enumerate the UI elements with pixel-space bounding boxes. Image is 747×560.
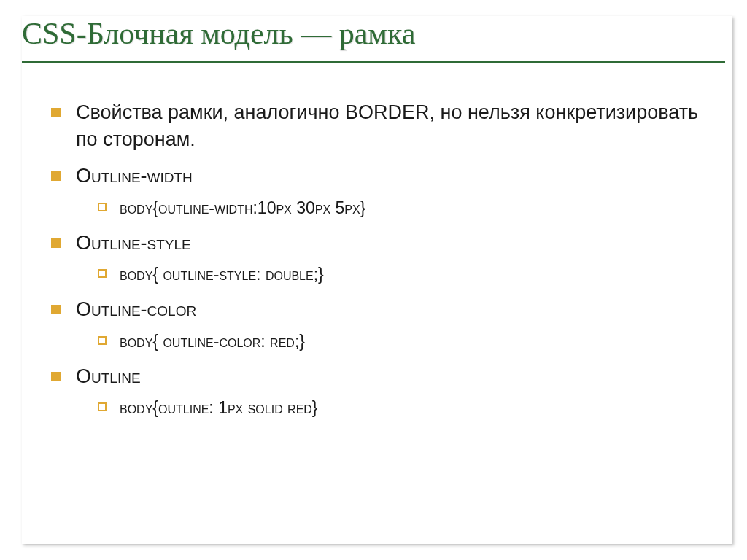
list-item: Outline body{outline: 1px solid red} — [51, 363, 711, 419]
list-item: Outline-width body{outline-width:10px 30… — [51, 163, 711, 219]
list-item-text: Свойства рамки, аналогично BORDER, но не… — [76, 101, 698, 149]
list-item-text: Outline — [76, 365, 141, 387]
sub-list: body{outline-width:10px 30px 5px} — [76, 197, 711, 219]
list-item: Outline-color body{ outline-color: red;} — [51, 296, 711, 352]
slide: CSS-Блочная модель — рамка Свойства рамк… — [0, 0, 747, 560]
slide-content: Свойства рамки, аналогично BORDER, но не… — [0, 63, 747, 419]
sub-list-item-text: body{ outline-style: double;} — [120, 265, 324, 284]
sub-list-item: body{outline-width:10px 30px 5px} — [98, 197, 711, 219]
list-item-text: Outline-width — [76, 165, 193, 187]
sub-list-item-text: body{outline-width:10px 30px 5px} — [120, 198, 365, 217]
sub-list-item: body{outline: 1px solid red} — [98, 397, 711, 419]
sub-list-item-text: body{ outline-color: red;} — [120, 332, 305, 351]
sub-list: body{outline: 1px solid red} — [76, 397, 711, 419]
sub-list-item: body{ outline-style: double;} — [98, 263, 711, 286]
bullet-list: Свойства рамки, аналогично BORDER, но не… — [51, 99, 711, 419]
sub-list: body{ outline-style: double;} — [76, 263, 711, 286]
list-item: Outline-style body{ outline-style: doubl… — [51, 230, 711, 286]
list-item-text: Outline-style — [76, 232, 191, 254]
list-item-text: Outline-color — [76, 298, 196, 320]
list-item: Свойства рамки, аналогично BORDER, но не… — [51, 99, 711, 152]
sub-list-item: body{ outline-color: red;} — [98, 330, 711, 353]
sub-list-item-text: body{outline: 1px solid red} — [120, 398, 318, 417]
sub-list: body{ outline-color: red;} — [76, 330, 711, 353]
